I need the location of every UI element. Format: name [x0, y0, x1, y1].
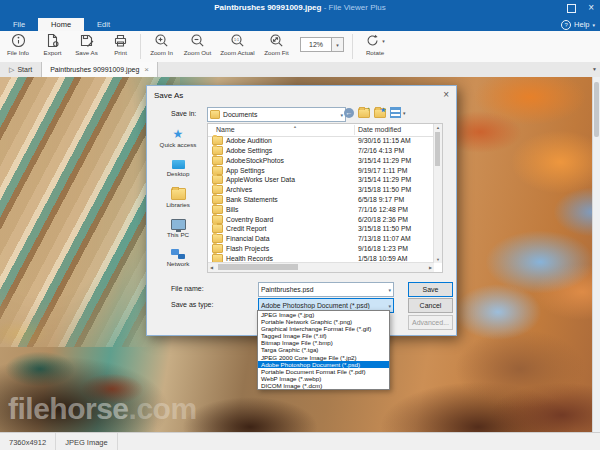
- type-option-selected[interactable]: Adobe Photoshop Document (*.psd): [258, 361, 389, 368]
- column-header-name[interactable]: Name: [216, 126, 235, 133]
- zoom-in-button[interactable]: Zoom In: [144, 31, 179, 62]
- scroll-up-icon[interactable]: ▲: [434, 125, 442, 130]
- scroll-left-icon[interactable]: ◀: [210, 265, 213, 270]
- tab-document[interactable]: Paintbrushes 90991009.jpeg ×: [41, 62, 158, 77]
- file-info-button[interactable]: File Info: [0, 31, 36, 62]
- chevron-down-icon: ▾: [388, 303, 391, 309]
- scroll-down-icon[interactable]: ▼: [434, 257, 442, 262]
- list-vertical-scrollbar[interactable]: ▲ ▼: [433, 124, 442, 263]
- scroll-right-icon[interactable]: ▶: [429, 265, 432, 270]
- zoom-fit-button[interactable]: Zoom Fit: [259, 31, 294, 62]
- export-button[interactable]: Export: [36, 31, 69, 62]
- tab-home[interactable]: Home: [38, 18, 84, 31]
- folder-icon: [212, 195, 223, 204]
- sidebar-item-network[interactable]: Network: [150, 243, 206, 273]
- sidebar-item-this-pc[interactable]: This PC: [150, 213, 206, 243]
- back-icon[interactable]: ←: [344, 108, 354, 118]
- zoom-actual-icon: 1:1: [230, 33, 245, 48]
- save-icon: [79, 33, 94, 48]
- save-button[interactable]: Save: [408, 282, 453, 297]
- document-tabstrip: ▷ Start Paintbrushes 90991009.jpeg × ▼: [0, 62, 600, 78]
- save-as-type-label: Save as type:: [171, 301, 213, 308]
- advanced-button[interactable]: Advanced...: [408, 315, 453, 330]
- column-header-date-modified[interactable]: Date modified: [358, 126, 401, 133]
- scrollbar-thumb[interactable]: [594, 82, 599, 137]
- chevron-down-icon: ▾: [340, 112, 343, 118]
- desktop-icon: [172, 160, 185, 169]
- folder-icon: [212, 185, 223, 194]
- save-as-button[interactable]: Save As: [69, 31, 104, 62]
- folder-icon: [212, 244, 223, 253]
- scrollbar-thumb[interactable]: [435, 132, 440, 166]
- tab-file[interactable]: File: [0, 18, 38, 31]
- rotate-button[interactable]: ▾ Rotate: [356, 31, 394, 62]
- folder-icon: [212, 215, 223, 224]
- save-in-combobox[interactable]: Documents ▾: [207, 107, 346, 122]
- type-option[interactable]: Targa Graphic (*.tga): [258, 346, 389, 353]
- table-row[interactable]: Archives3/15/18 11:50 PM: [208, 185, 434, 195]
- folder-icon: [212, 136, 223, 145]
- table-row[interactable]: Credit Report3/15/18 11:50 PM: [208, 224, 434, 234]
- table-row[interactable]: AppleWorks User Data3/15/14 11:29 PM: [208, 175, 434, 185]
- type-option[interactable]: Portable Network Graphic (*.png): [258, 318, 389, 325]
- table-row[interactable]: Flash Projects9/16/18 1:23 PM: [208, 243, 434, 253]
- this-pc-icon: [171, 219, 186, 230]
- close-icon[interactable]: ×: [588, 3, 594, 13]
- type-option[interactable]: Tagged Image File (*.tif): [258, 332, 389, 339]
- folder-icon: [212, 175, 223, 184]
- type-option[interactable]: JPEG 2000 Core Image File (*.jp2): [258, 354, 389, 361]
- ribbon-separator: [140, 34, 141, 59]
- chevron-down-icon: ▾: [382, 38, 385, 44]
- sidebar-item-libraries[interactable]: Libraries: [150, 183, 206, 213]
- help-menu[interactable]: ? Help ▾: [561, 18, 595, 31]
- table-row[interactable]: Adobe Settings7/2/16 4:13 PM: [208, 146, 434, 156]
- zoom-level-value: 12%: [300, 37, 332, 52]
- view-menu-icon[interactable]: ▾: [390, 107, 406, 118]
- tab-list-dropdown-icon[interactable]: ▼: [592, 66, 597, 72]
- maximize-icon[interactable]: [567, 4, 576, 13]
- app-window: Paintbrushes 90991009.jpeg - File Viewer…: [0, 0, 600, 450]
- table-row[interactable]: AdobeStockPhotos3/15/14 11:29 PM: [208, 156, 434, 166]
- help-label: Help: [574, 20, 589, 29]
- save-as-type-dropdown: JPEG Image (*.jpg) Portable Network Grap…: [257, 310, 390, 390]
- folder-icon: [212, 205, 223, 214]
- up-one-level-icon[interactable]: ↑: [358, 108, 370, 118]
- tab-start[interactable]: ▷ Start: [0, 62, 41, 77]
- type-option[interactable]: DICOM Image (*.dcm): [258, 382, 389, 389]
- file-name-input[interactable]: Paintbrushes.psd ▾: [258, 282, 394, 297]
- zoom-level-combobox[interactable]: 12% ▾: [300, 38, 344, 51]
- type-option[interactable]: Graphical Interchange Format File (*.gif…: [258, 325, 389, 332]
- sidebar-item-desktop[interactable]: Desktop: [150, 153, 206, 183]
- print-button[interactable]: Print: [104, 31, 137, 62]
- tab-edit[interactable]: Edit: [84, 18, 123, 31]
- libraries-icon: [171, 188, 186, 200]
- chevron-down-icon[interactable]: ▾: [332, 37, 344, 52]
- sidebar-item-quick-access[interactable]: ★ Quick access: [150, 123, 206, 153]
- new-folder-icon[interactable]: ★: [374, 108, 386, 118]
- type-option[interactable]: Bitmap Image File (*.bmp): [258, 339, 389, 346]
- table-row[interactable]: Financial Data7/13/18 11:07 AM: [208, 234, 434, 244]
- type-option[interactable]: Portable Document Format File (*.pdf): [258, 368, 389, 375]
- watermark: filehorse.com: [8, 392, 197, 426]
- zoom-actual-button[interactable]: 1:1 Zoom Actual: [216, 31, 259, 62]
- table-row[interactable]: Coventry Board6/20/18 2:36 PM: [208, 214, 434, 224]
- list-horizontal-scrollbar[interactable]: ◀ ▶: [208, 262, 434, 272]
- help-icon: ?: [561, 20, 571, 30]
- scrollbar-thumb[interactable]: [218, 264, 298, 270]
- table-row[interactable]: Bank Statements6/5/18 9:17 PM: [208, 195, 434, 205]
- zoom-out-button[interactable]: Zoom Out: [179, 31, 216, 62]
- zoom-out-icon: [190, 33, 205, 48]
- zoom-fit-icon: [269, 33, 284, 48]
- dialog-close-icon[interactable]: ×: [443, 89, 449, 100]
- table-row[interactable]: Adobe Audition9/30/16 11:15 AM: [208, 136, 434, 146]
- status-dimensions: 7360x4912: [0, 433, 56, 450]
- dialog-title: Save As: [154, 91, 183, 100]
- documents-folder-icon: [210, 110, 220, 119]
- viewport-scrollbar[interactable]: [592, 77, 600, 432]
- table-row[interactable]: Bills7/1/16 12:48 PM: [208, 204, 434, 214]
- type-option[interactable]: WebP Image (*.webp): [258, 375, 389, 382]
- close-tab-icon[interactable]: ×: [144, 65, 149, 74]
- cancel-button[interactable]: Cancel: [408, 298, 453, 313]
- type-option[interactable]: JPEG Image (*.jpg): [258, 311, 389, 318]
- table-row[interactable]: App Settings9/19/17 1:11 PM: [208, 165, 434, 175]
